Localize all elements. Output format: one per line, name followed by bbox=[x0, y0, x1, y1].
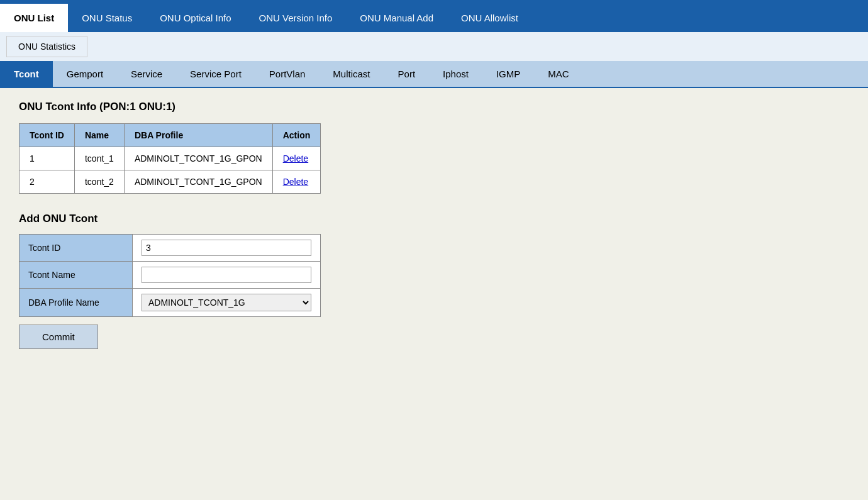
subtab-mac[interactable]: MAC bbox=[534, 61, 582, 87]
content-area: ONU Tcont Info (PON:1 ONU:1) Tcont ID Na… bbox=[0, 88, 868, 362]
subtab-portvlan[interactable]: PortVlan bbox=[255, 61, 320, 87]
label-dba-profile: DBA Profile Name bbox=[19, 289, 133, 317]
add-section-title: Add ONU Tcont bbox=[19, 213, 849, 225]
select-cell-dba-profile: ADMINOLT_TCONT_1G bbox=[133, 289, 321, 317]
col-header-action: Action bbox=[272, 124, 321, 147]
tab-onu-allowlist[interactable]: ONU Allowlist bbox=[447, 4, 532, 32]
add-form-table: Tcont ID Tcont Name DBA Profile Name ADM… bbox=[19, 234, 321, 317]
cell-tcont-id-1: 1 bbox=[19, 147, 75, 170]
tab-onu-list[interactable]: ONU List bbox=[0, 4, 68, 32]
info-section-title: ONU Tcont Info (PON:1 ONU:1) bbox=[19, 101, 849, 113]
cell-dba-profile-1: ADMINOLT_TCONT_1G_GPON bbox=[124, 147, 272, 170]
subtab-iphost[interactable]: Iphost bbox=[429, 61, 482, 87]
tab-onu-status[interactable]: ONU Status bbox=[68, 4, 146, 32]
cell-name-1: tcont_1 bbox=[74, 147, 124, 170]
tab-onu-manual-add[interactable]: ONU Manual Add bbox=[346, 4, 447, 32]
cell-dba-profile-2: ADMINOLT_TCONT_1G_GPON bbox=[124, 170, 272, 194]
table-row: 1 tcont_1 ADMINOLT_TCONT_1G_GPON Delete bbox=[19, 147, 321, 170]
delete-link-1[interactable]: Delete bbox=[283, 153, 308, 164]
subtab-service[interactable]: Service bbox=[117, 61, 176, 87]
subtab-gemport[interactable]: Gemport bbox=[53, 61, 117, 87]
form-row-tcont-name: Tcont Name bbox=[19, 262, 321, 289]
sub-tabs: Tcont Gemport Service Service Port PortV… bbox=[0, 61, 868, 88]
cell-name-2: tcont_2 bbox=[74, 170, 124, 194]
subtab-igmp[interactable]: IGMP bbox=[482, 61, 534, 87]
commit-button[interactable]: Commit bbox=[19, 325, 98, 349]
tcont-name-input[interactable] bbox=[142, 267, 311, 283]
tab-onu-optical-info[interactable]: ONU Optical Info bbox=[146, 4, 245, 32]
label-tcont-name: Tcont Name bbox=[19, 262, 133, 289]
delete-link-2[interactable]: Delete bbox=[283, 177, 308, 187]
subtab-port[interactable]: Port bbox=[384, 61, 430, 87]
second-nav: ONU Statistics bbox=[0, 32, 868, 61]
dba-profile-select[interactable]: ADMINOLT_TCONT_1G bbox=[142, 294, 311, 311]
form-row-dba-profile: DBA Profile Name ADMINOLT_TCONT_1G bbox=[19, 289, 321, 317]
tab-onu-version-info[interactable]: ONU Version Info bbox=[245, 4, 347, 32]
cell-tcont-id-2: 2 bbox=[19, 170, 75, 194]
col-header-dba-profile: DBA Profile bbox=[124, 124, 272, 147]
col-header-name: Name bbox=[74, 124, 124, 147]
input-cell-tcont-name bbox=[133, 262, 321, 289]
cell-action-1: Delete bbox=[272, 147, 321, 170]
tcont-info-table: Tcont ID Name DBA Profile Action 1 tcont… bbox=[19, 123, 321, 194]
label-tcont-id: Tcont ID bbox=[19, 235, 133, 262]
table-row: 2 tcont_2 ADMINOLT_TCONT_1G_GPON Delete bbox=[19, 170, 321, 194]
form-row-tcont-id: Tcont ID bbox=[19, 235, 321, 262]
tcont-id-input[interactable] bbox=[142, 240, 311, 256]
subtab-multicast[interactable]: Multicast bbox=[319, 61, 384, 87]
subtab-tcont[interactable]: Tcont bbox=[0, 61, 53, 87]
tab-onu-statistics[interactable]: ONU Statistics bbox=[6, 36, 87, 57]
col-header-tcont-id: Tcont ID bbox=[19, 124, 75, 147]
top-nav: ONU List ONU Status ONU Optical Info ONU… bbox=[0, 4, 868, 32]
input-cell-tcont-id bbox=[133, 235, 321, 262]
cell-action-2: Delete bbox=[272, 170, 321, 194]
subtab-service-port[interactable]: Service Port bbox=[176, 61, 255, 87]
